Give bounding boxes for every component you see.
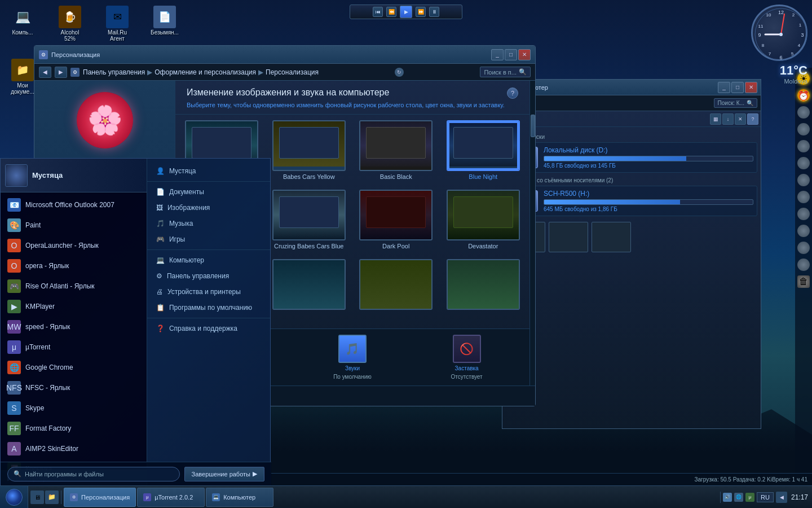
computer-search[interactable]: Поиск: К... 🔍 [714, 98, 757, 108]
desktop-icon-alcohol[interactable]: 🍺 Alcohol52% [50, 6, 90, 42]
disk-h-item[interactable]: 📱 SCH-R500 (H:) 645 МБ свободно из 1,86 … [506, 186, 757, 216]
svg-text:2: 2 [792, 12, 795, 17]
start-right-controlpanel[interactable]: ⚙ Панель управления [147, 268, 270, 284]
theme-babes-cars-yellow[interactable]: Babes Cars Yellow [268, 120, 350, 184]
sidebar-icon-10[interactable] [797, 225, 810, 237]
media-prev2-btn[interactable]: ⏪ [386, 7, 396, 17]
forward-button[interactable]: ▶ [55, 67, 67, 78]
computer-maximize-btn[interactable]: □ [731, 82, 744, 93]
start-app-chrome[interactable]: 🌐 Google Chrome [1, 357, 147, 378]
start-right-images[interactable]: 🖼 Изображения [147, 200, 270, 216]
screensaver-btn[interactable]: 🚫 Заставка Отсутствует [442, 335, 492, 380]
close-button[interactable]: ✕ [518, 49, 531, 60]
tray-arrow-icon[interactable]: ◀ [776, 492, 787, 503]
start-button[interactable] [0, 486, 28, 509]
start-app-aimp2[interactable]: A AIMP2 SkinEditor [1, 439, 147, 459]
desktop-icon-computer[interactable]: 💻 Компь... [3, 6, 42, 36]
shutdown-btn[interactable]: Завершение работы ▶ [184, 467, 264, 481]
recycle-bin-icon[interactable]: 🗑 [797, 275, 810, 288]
svg-text:12: 12 [778, 10, 784, 15]
address-search-box[interactable]: Поиск в п... 🔍 [480, 67, 531, 77]
taskbar-item-personalization[interactable]: ⚙ Персонализация [64, 488, 136, 507]
theme-blue-night[interactable]: Blue Night [443, 120, 524, 184]
media-prev-btn[interactable]: ⏮ [373, 7, 383, 17]
start-app-speed[interactable]: MW speed - Ярлык [1, 317, 147, 337]
start-right-documents[interactable]: 📄 Документы [147, 184, 270, 200]
theme-item-11[interactable] [355, 259, 437, 323]
quicklaunch-icon-1[interactable]: 🖥 [30, 491, 44, 504]
computer-minimize-btn[interactable]: _ [718, 82, 730, 93]
tray-icon-2[interactable]: 🌐 [734, 493, 743, 502]
start-right-defaults[interactable]: 📋 Программы по умолчанию [147, 300, 270, 316]
tray-icon-3[interactable]: μ [745, 493, 754, 502]
media-next-btn[interactable]: ⏩ [416, 7, 426, 17]
start-right-help[interactable]: ❓ Справка и поддержка [147, 321, 270, 336]
start-app-skype[interactable]: S Skype [1, 398, 147, 418]
start-app-opera[interactable]: O opera - Ярлык [1, 256, 147, 276]
maximize-button[interactable]: □ [505, 49, 517, 60]
help-icon-btn[interactable]: ? [747, 113, 758, 125]
user-icon: 👤 [156, 167, 165, 175]
start-app-paint[interactable]: 🎨 Paint [1, 215, 147, 235]
breadcrumb-panel[interactable]: Панель управления [83, 68, 145, 76]
theme-dark-pool[interactable]: Dark Pool [355, 190, 437, 253]
start-app-outlook[interactable]: 📧 Microsoft Office Outlook 2007 [1, 195, 147, 215]
scrollbar-thumb[interactable] [531, 115, 535, 137]
right-divider-2 [147, 249, 270, 250]
minimize-button[interactable]: _ [491, 49, 504, 60]
sidebar-clock-icon[interactable]: ⏰ [797, 89, 810, 102]
start-search-box[interactable]: 🔍 Найти программы и файлы [7, 467, 180, 481]
desktop-icon-unnamed[interactable]: 📄 Безымян... [145, 6, 184, 36]
clock-svg: 12 3 6 9 2 1 10 11 4 5 7 8 [753, 6, 809, 63]
taskbar-item-utorrent[interactable]: μ µTorrent 2.0.2 [137, 488, 205, 507]
back-button[interactable]: ◀ [39, 67, 51, 78]
lang-indicator-ru[interactable]: RU [757, 492, 774, 502]
theme-item-10[interactable] [268, 259, 350, 323]
sidebar-icon-5[interactable] [797, 140, 810, 152]
theme-item-12[interactable] [443, 259, 524, 323]
start-app-kmplayer[interactable]: ▶ KMPlayer [1, 296, 147, 317]
start-right-games[interactable]: 🎮 Игры [147, 231, 270, 247]
start-app-utorrent[interactable]: μ µTorrent [1, 337, 147, 357]
refresh-icon[interactable]: ↻ [395, 68, 404, 77]
sidebar-icon-4[interactable] [797, 123, 810, 135]
sidebar-icon-8[interactable] [797, 191, 810, 203]
start-right-user[interactable]: 👤 Мустяца [147, 163, 270, 179]
help-button[interactable]: ? [507, 87, 518, 99]
sidebar-icon-7[interactable] [797, 174, 810, 186]
removable-label: Устройства со съёмными носителями (2) [506, 177, 757, 183]
sidebar-icon-3[interactable] [797, 106, 810, 119]
sidebar-icon-11[interactable] [797, 242, 810, 254]
start-app-riseofatlanti[interactable]: 🎮 Rise Of Atlanti - Ярлык [1, 276, 147, 296]
start-app-operalauncher[interactable]: O OperaLauncher - Ярлык [1, 235, 147, 256]
theme-devastator[interactable]: Devastator [443, 190, 524, 253]
delete-icon-btn[interactable]: ✕ [735, 113, 746, 125]
start-app-formatfactory[interactable]: FF Format Factory [1, 418, 147, 439]
vertical-scrollbar[interactable] [529, 81, 535, 386]
start-right-computer[interactable]: 💻 Компьютер [147, 252, 270, 268]
start-right-music[interactable]: 🎵 Музыка [147, 216, 270, 231]
sidebar-icon-9[interactable] [797, 208, 810, 220]
media-play-btn[interactable]: ▶ [400, 6, 412, 18]
sounds-sublabel: По умолчанию [333, 374, 372, 380]
small-disk-3[interactable] [592, 222, 631, 252]
tray-icon-1[interactable]: 🔊 [723, 493, 732, 502]
taskbar-item-computer[interactable]: 💻 Компьютер [206, 488, 273, 507]
start-menu: Мустяца 📧 Microsoft Office Outlook 2007 … [0, 158, 271, 485]
disk-d-item[interactable]: 💾 Локальный диск (D:) 45,8 ГБ свободно и… [506, 142, 757, 173]
sidebar-icon-12[interactable] [797, 259, 810, 271]
theme-basic-black[interactable]: Basic Black [355, 120, 437, 184]
sounds-btn[interactable]: 🎵 Звуки По умолчанию [327, 335, 378, 380]
start-right-devices[interactable]: 🖨 Устройства и принтеры [147, 284, 270, 300]
breadcrumb-section[interactable]: Оформление и персонализация [155, 68, 256, 76]
breadcrumb-current[interactable]: Персонализация [266, 68, 319, 76]
media-pause-btn[interactable]: ⏸ [429, 7, 439, 17]
view-icon-btn[interactable]: ▦ [710, 113, 721, 125]
small-disk-2[interactable] [549, 222, 588, 252]
start-app-nfsc[interactable]: NFS NFSC - Ярлык [1, 378, 147, 398]
desktop-icon-mailru[interactable]: ✉ Mail.RuАгент [98, 6, 137, 42]
theme-cruzing-babes[interactable]: Cruzing Babes Cars Blue [268, 190, 350, 253]
quicklaunch-icon-2[interactable]: 📁 [45, 491, 59, 504]
sort-icon-btn[interactable]: ↓ [722, 113, 734, 125]
sidebar-icon-6[interactable] [797, 157, 810, 169]
